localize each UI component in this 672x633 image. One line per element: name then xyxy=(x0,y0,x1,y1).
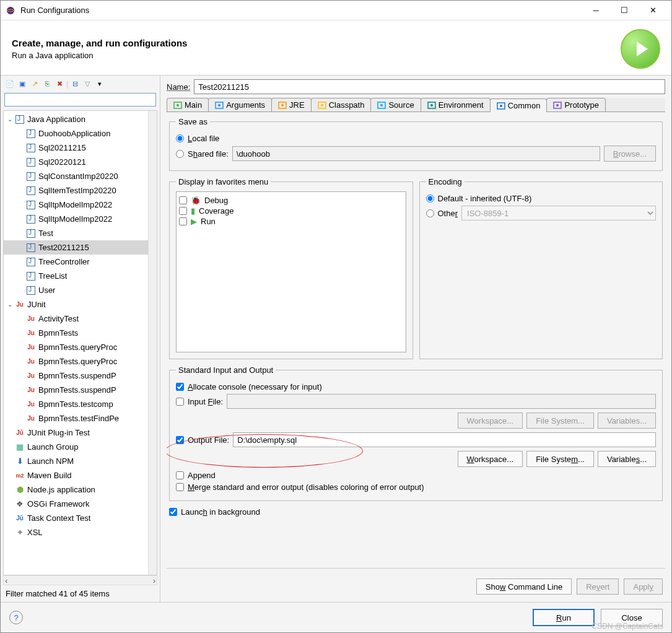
tree-maven[interactable]: m2Maven Build xyxy=(4,468,157,482)
tree-item-BpmnTests.suspendP[interactable]: JuBpmnTests.suspendP xyxy=(4,369,157,383)
tree-item-Test20211215[interactable]: Test20211215 xyxy=(4,240,157,255)
tree-item-BpmnTests.queryProc[interactable]: JuBpmnTests.queryProc xyxy=(4,354,157,369)
tab-source[interactable]: Source xyxy=(370,98,421,111)
tree-item-BpmnTests.queryProc[interactable]: JuBpmnTests.queryProc xyxy=(4,340,157,354)
filter-input[interactable] xyxy=(4,93,156,107)
shared-file-radio[interactable] xyxy=(176,150,184,158)
input-filesystem-button[interactable]: File System... xyxy=(526,413,594,429)
tree-npm[interactable]: ⬇Launch NPM xyxy=(4,454,157,468)
tree-item-Test[interactable]: Test xyxy=(4,226,157,240)
output-filesystem-button[interactable]: File System... xyxy=(526,451,594,467)
tree-item-icon: Ju xyxy=(26,399,36,409)
tab-prototype[interactable]: Prototype xyxy=(546,98,606,111)
export-icon[interactable]: ↗ xyxy=(29,78,40,89)
tab-classpath[interactable]: Classpath xyxy=(311,98,372,111)
output-file-check[interactable] xyxy=(176,436,184,444)
show-command-line-button[interactable]: Show Command Line xyxy=(476,578,572,595)
tree-item-SqlItpModelImp2022[interactable]: SqlItpModelImp2022 xyxy=(4,212,157,226)
tree-item-DuohoobApplication[interactable]: DuohoobApplication xyxy=(4,126,157,141)
append-check[interactable] xyxy=(176,471,184,479)
collapse-icon[interactable]: ⊟ xyxy=(69,78,81,89)
tree-item-icon xyxy=(15,115,25,124)
tree-item-BpmnTests[interactable]: JuBpmnTests xyxy=(4,326,157,340)
output-file-input[interactable] xyxy=(233,432,656,447)
close-button[interactable]: ✕ xyxy=(639,2,666,19)
delete-icon[interactable]: ✖ xyxy=(54,78,65,89)
help-icon[interactable]: ? xyxy=(9,611,23,624)
tree-java-application[interactable]: ⌄Java Application xyxy=(4,112,157,126)
input-variables-button[interactable]: Variables... xyxy=(598,413,656,429)
tree-item-TreeController[interactable]: TreeController xyxy=(4,255,157,269)
tree-item-SqlConstantImp20220[interactable]: SqlConstantImp20220 xyxy=(4,169,157,183)
name-label: Name: xyxy=(167,82,190,92)
tree-task[interactable]: JūTask Context Test xyxy=(4,511,157,525)
encoding-combo[interactable]: ISO-8859-1 xyxy=(461,206,656,220)
output-workspace-button[interactable]: Workspace... xyxy=(458,451,523,467)
tree-junit-plugin[interactable]: JūJUnit Plug-in Test xyxy=(4,426,157,440)
apply-button[interactable]: Apply xyxy=(624,578,663,595)
name-input[interactable] xyxy=(194,79,665,94)
tree-item-BpmnTests.testcomp[interactable]: JuBpmnTests.testcomp xyxy=(4,397,157,411)
append-label: Append xyxy=(188,471,216,480)
tree-item-Sql20211215[interactable]: Sql20211215 xyxy=(4,141,157,155)
local-file-radio[interactable] xyxy=(176,134,184,142)
new-proto-icon[interactable]: ▣ xyxy=(17,78,28,89)
tree-item-label: SqlConstantImp20220 xyxy=(38,172,118,181)
tab-main[interactable]: Main xyxy=(167,98,209,111)
tree-item-SqlItpModelImp2022[interactable]: SqlItpModelImp2022 xyxy=(4,198,157,212)
fav-debug-check[interactable] xyxy=(179,196,187,204)
maximize-button[interactable]: ☐ xyxy=(611,2,638,19)
tree-item-BpmnTests.suspendP[interactable]: JuBpmnTests.suspendP xyxy=(4,383,157,397)
tree-item-User[interactable]: User xyxy=(4,283,157,297)
browse-button[interactable]: Browse... xyxy=(604,146,656,162)
encoding-other-radio[interactable] xyxy=(426,209,434,217)
input-file-check[interactable] xyxy=(176,398,184,406)
tree-node[interactable]: ⬢Node.js application xyxy=(4,482,157,497)
tree-item-icon xyxy=(26,129,36,139)
tree-item-ActivityTest[interactable]: JuActivityTest xyxy=(4,312,157,326)
tree-item-label: OSGi Framework xyxy=(27,499,89,509)
encoding-default-radio[interactable] xyxy=(426,194,434,203)
tree-item-BpmnTests.testFindPe[interactable]: JuBpmnTests.testFindPe xyxy=(4,411,157,426)
tree-junit[interactable]: ⌄JuJUnit xyxy=(4,297,157,312)
output-variables-button[interactable]: Variables... xyxy=(598,451,656,467)
tree-twisty[interactable]: ⌄ xyxy=(5,301,15,308)
filter-icon[interactable]: ▽ xyxy=(82,78,93,89)
tree-item-icon: m2 xyxy=(15,471,25,481)
tree-launch-group[interactable]: ▦Launch Group xyxy=(4,440,157,454)
tab-common[interactable]: Common xyxy=(490,98,548,112)
favorites-legend: Display in favorites menu xyxy=(176,177,271,186)
tree-item-Sql20220121[interactable]: Sql20220121 xyxy=(4,155,157,169)
tab-jre[interactable]: JRE xyxy=(271,98,312,111)
tree-item-label: Launch NPM xyxy=(27,456,74,466)
dropdown-icon[interactable]: ▾ xyxy=(94,78,105,89)
horizontal-scrollbar[interactable]: ‹› xyxy=(3,575,157,585)
tree-osgi[interactable]: ❖OSGi Framework xyxy=(4,497,157,511)
allocate-console-check[interactable] xyxy=(176,383,184,391)
new-config-icon[interactable]: 📄 xyxy=(4,78,15,89)
svg-point-3 xyxy=(177,104,179,107)
run-button[interactable]: Run xyxy=(533,609,595,626)
input-workspace-button[interactable]: Workspace... xyxy=(458,413,523,429)
tab-environment[interactable]: Environment xyxy=(421,98,491,111)
vertical-scrollbar[interactable] xyxy=(148,111,157,575)
duplicate-icon[interactable]: ⎘ xyxy=(41,78,53,89)
fav-run-check[interactable] xyxy=(179,217,187,225)
tree-xsl[interactable]: ✦XSL xyxy=(4,525,157,539)
fav-coverage-check[interactable] xyxy=(179,207,187,215)
tree-item-TreeList[interactable]: TreeList xyxy=(4,269,157,283)
dialog-footer: ? Run Close xyxy=(1,602,671,632)
input-file-input[interactable] xyxy=(227,394,656,409)
tree-twisty[interactable]: ⌄ xyxy=(5,116,15,123)
tree-item-SqlItemTestImp20220[interactable]: SqlItemTestImp20220 xyxy=(4,183,157,198)
tree-item-label: JUnit xyxy=(27,300,46,309)
favorites-list[interactable]: 🐞 Debug ▮ Coverage ▶ Run xyxy=(176,191,406,352)
revert-button[interactable]: Revert xyxy=(577,578,619,595)
tab-arguments[interactable]: Arguments xyxy=(208,98,272,111)
tree-item-icon xyxy=(26,286,36,295)
shared-file-input[interactable] xyxy=(232,146,600,161)
merge-check[interactable] xyxy=(176,483,184,491)
config-tree[interactable]: ⌄Java ApplicationDuohoobApplicationSql20… xyxy=(3,110,157,575)
launch-bg-check[interactable] xyxy=(169,508,177,516)
minimize-button[interactable]: ─ xyxy=(582,2,609,19)
